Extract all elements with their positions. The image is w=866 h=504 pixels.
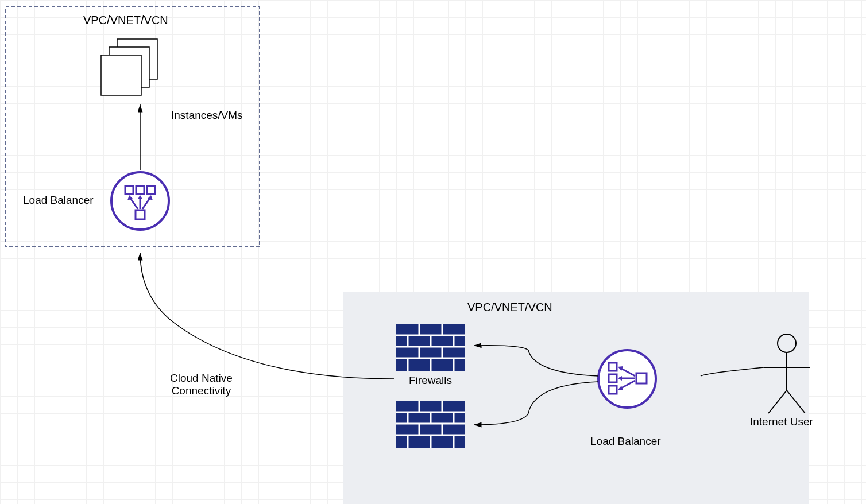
firewall-top-icon [396,324,465,371]
svg-point-43 [598,350,656,408]
svg-rect-15 [396,324,465,371]
svg-line-50 [620,368,635,376]
svg-rect-44 [609,363,617,371]
load-balancer-right-label: Load Balancer [590,435,661,448]
svg-rect-0 [117,39,157,79]
internet-user-label: Internet User [750,416,813,428]
svg-rect-5 [125,186,133,194]
cloud-native-label: Cloud Native Connectivity [170,372,233,397]
edge-lb-to-firewall-top [474,346,598,376]
vpc-right-title: VPC/VNET/VCN [467,301,552,314]
svg-line-3 [101,47,109,55]
svg-line-13 [142,197,150,209]
svg-rect-45 [609,374,617,382]
cloud-native-label-line2: Connectivity [170,385,233,397]
load-balancer-left-icon [111,172,169,230]
load-balancer-left-label: Load Balancer [23,194,94,207]
svg-marker-14 [148,195,153,200]
svg-line-57 [768,390,787,413]
svg-rect-47 [636,373,647,383]
svg-rect-7 [147,186,155,194]
svg-rect-6 [136,186,144,194]
svg-line-52 [620,381,635,389]
svg-point-4 [111,172,169,230]
firewalls-label: Firewalls [409,374,452,387]
svg-marker-12 [127,195,133,200]
svg-line-11 [130,197,138,209]
svg-marker-49 [618,376,622,381]
svg-line-58 [787,390,805,413]
svg-rect-29 [396,401,465,448]
internet-user-icon [764,334,810,413]
svg-marker-10 [138,195,142,199]
vpc-left-title: VPC/VNET/VCN [83,14,168,27]
instances-icon [101,39,157,95]
instances-label: Instances/VMs [171,109,243,122]
cloud-native-label-line1: Cloud Native [170,372,233,385]
vpc-right-container [343,292,809,504]
vpc-left-container [6,7,260,247]
svg-rect-1 [109,47,149,87]
svg-rect-2 [101,55,141,95]
svg-rect-46 [609,386,617,394]
load-balancer-right-icon [598,350,656,408]
firewall-bottom-icon [396,401,465,448]
edge-lb-to-firewall-bottom [474,382,598,425]
svg-marker-53 [618,386,623,390]
edge-cloud-native [140,253,394,379]
edge-user-to-lb [701,367,764,376]
svg-point-54 [778,334,796,352]
svg-rect-8 [136,210,145,219]
svg-marker-51 [618,366,623,371]
